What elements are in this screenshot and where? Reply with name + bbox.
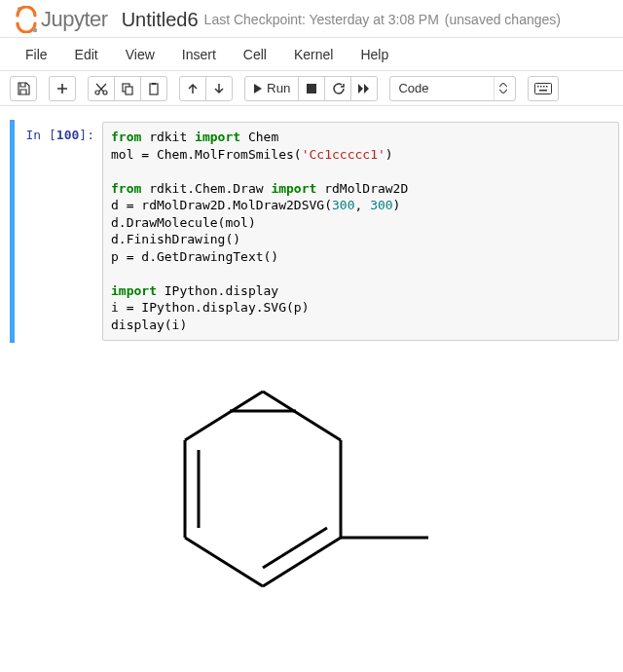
menu-kernel[interactable]: Kernel: [280, 41, 347, 68]
code-cell[interactable]: In [100]: from rdkit import Chem mol = C…: [10, 120, 619, 343]
save-button[interactable]: [10, 76, 37, 101]
svg-rect-9: [535, 83, 552, 93]
notebook-title[interactable]: Untitled6: [122, 9, 199, 31]
save-icon: [17, 82, 30, 95]
restart-button[interactable]: [324, 76, 351, 101]
menu-file[interactable]: File: [12, 41, 61, 68]
svg-rect-11: [540, 86, 542, 88]
logo-text: Jupyter: [41, 7, 108, 32]
menu-edit[interactable]: Edit: [61, 41, 112, 68]
output-content: [97, 353, 619, 618]
svg-rect-13: [546, 86, 548, 88]
add-cell-button[interactable]: [49, 76, 76, 101]
checkpoint-text: Last Checkpoint: Yesterday at 3:08 PM: [204, 12, 439, 27]
menu-help[interactable]: Help: [347, 41, 402, 68]
move-group: [179, 76, 233, 101]
svg-rect-8: [307, 84, 316, 93]
molecule-svg-output: [136, 372, 428, 616]
command-palette-button[interactable]: [528, 76, 559, 101]
menu-insert[interactable]: Insert: [168, 41, 230, 68]
menubar: File Edit View Insert Cell Kernel Help: [0, 38, 623, 71]
jupyter-logo-icon: [14, 6, 39, 33]
output-area: [10, 353, 619, 618]
toolbar: Run Code: [0, 71, 623, 106]
cell-type-select[interactable]: Code: [389, 76, 516, 101]
svg-rect-10: [537, 86, 539, 88]
svg-line-22: [263, 528, 327, 568]
svg-point-1: [33, 28, 37, 32]
svg-rect-12: [543, 86, 545, 88]
unsaved-indicator: (unsaved changes): [445, 12, 561, 27]
stop-icon: [307, 84, 316, 93]
run-group: Run: [244, 76, 378, 101]
run-label: Run: [267, 81, 290, 95]
svg-rect-7: [152, 83, 156, 85]
input-prompt: In [100]:: [15, 122, 102, 341]
paste-icon: [147, 82, 161, 95]
run-button[interactable]: Run: [244, 76, 299, 101]
svg-rect-14: [539, 90, 547, 92]
scissors-icon: [94, 82, 108, 95]
code-input[interactable]: from rdkit import Chem mol = Chem.MolFro…: [102, 122, 619, 341]
restart-icon: [331, 82, 345, 95]
cut-button[interactable]: [88, 76, 115, 101]
arrow-up-icon: [187, 83, 199, 94]
svg-rect-5: [126, 87, 132, 94]
svg-rect-6: [150, 84, 158, 94]
svg-line-20: [185, 392, 263, 440]
menu-cell[interactable]: Cell: [230, 41, 280, 68]
plus-icon: [56, 83, 68, 94]
jupyter-logo[interactable]: Jupyter: [14, 6, 108, 33]
move-down-button[interactable]: [205, 76, 233, 101]
cut-copy-paste-group: [88, 76, 167, 101]
arrow-down-icon: [213, 83, 225, 94]
restart-run-all-button[interactable]: [350, 76, 378, 101]
header: Jupyter Untitled6 Last Checkpoint: Yeste…: [0, 0, 623, 38]
move-up-button[interactable]: [179, 76, 206, 101]
keyboard-icon: [534, 83, 552, 94]
copy-icon: [121, 82, 134, 95]
svg-line-15: [263, 392, 341, 440]
menu-view[interactable]: View: [112, 41, 168, 68]
notebook-container: In [100]: from rdkit import Chem mol = C…: [0, 106, 623, 622]
select-caret-icon: [494, 77, 511, 100]
paste-button[interactable]: [140, 76, 167, 101]
interrupt-button[interactable]: [298, 76, 325, 101]
play-icon: [253, 84, 263, 93]
fast-forward-icon: [357, 83, 371, 94]
svg-line-18: [185, 538, 263, 586]
copy-button[interactable]: [114, 76, 141, 101]
